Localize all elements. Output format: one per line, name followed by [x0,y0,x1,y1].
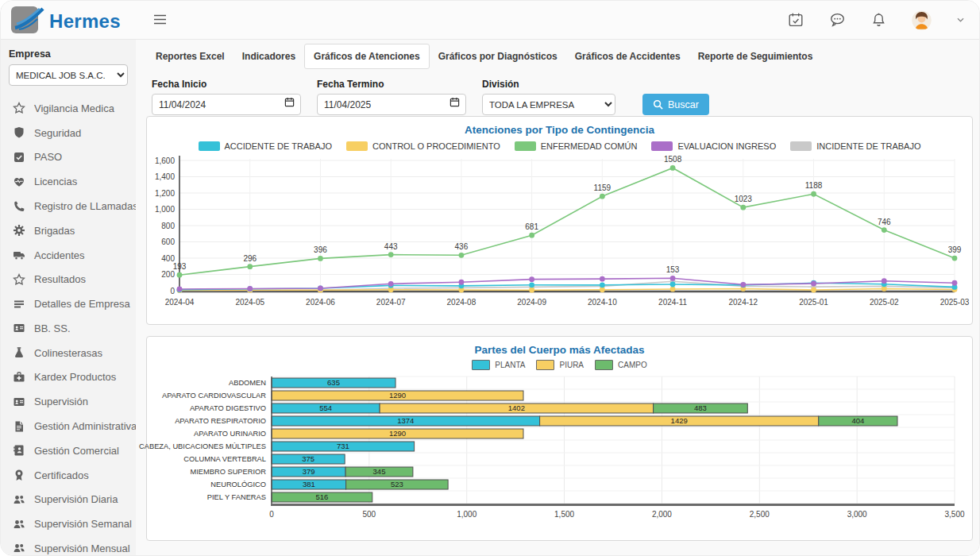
data-point [952,280,958,286]
sidebar: Empresa MEDICAL JOB S.A.C. Vigilancia Me… [1,39,136,555]
sidebar-item-seguridad[interactable]: Seguridad [1,121,136,145]
chart-text: 731 [337,442,349,450]
legend-swatch [515,141,536,151]
tab-graficos-de-accidentes[interactable]: Gráficos de Accidentes [566,44,689,68]
sidebar-item-accidentes[interactable]: Accidentes [1,243,136,268]
data-point [318,286,323,292]
sidebar-item-kardex-productos[interactable]: Kardex Productos [1,365,136,390]
data-point [811,288,816,293]
search-icon [653,99,663,110]
sidebar-item-label: Colinesterasas [34,347,102,359]
legend-label: ACCIDENTE DE TRABAJO [225,141,333,151]
chart-text: 2,000 [652,510,672,519]
data-point [670,165,676,171]
hermes-logo-icon [11,6,44,37]
sidebar-item-registro-de-llamadas[interactable]: Registro de LLamadas [1,194,136,218]
legend-item-campo[interactable]: CAMPO [595,360,647,370]
buscar-button[interactable]: Buscar [642,94,709,115]
data-point [600,276,605,282]
hamburger-menu-icon[interactable] [154,14,166,28]
data-point [670,276,676,281]
chart-text: 193 [173,262,187,271]
legend-item-piura[interactable]: PIURA [536,360,584,370]
legend-swatch [199,141,220,151]
star-icon [13,273,25,286]
sidebar-item-gestion-administrativa[interactable]: Gestión Administrativa [1,414,136,438]
division-select[interactable]: TODA LA EMPRESA [482,94,615,115]
fecha-inicio-input[interactable] [152,94,301,115]
truck-icon [13,249,25,261]
data-point [177,287,183,292]
sidebar-item-supervision[interactable]: Supervisión [1,389,136,414]
sidebar-item-supervision-diaria[interactable]: Supervisión Diaria [1,488,136,512]
bar-chart: ABDOMEN635APARATO CARDIOVASCULAR1290APAR… [152,373,966,529]
company-label: Empresa [9,48,128,60]
fecha-termino-input[interactable] [317,94,466,115]
chart-text: 153 [666,265,680,274]
sidebar-item-vigilancia-medica[interactable]: Vigilancia Medica [1,96,136,121]
chat-icon[interactable] [828,11,847,29]
chart-text: 345 [373,467,386,476]
chart-text: APARATO DIGESTIVO [190,404,266,412]
line-chart-title: Atenciones por Tipo de Contingencia [147,124,972,136]
sidebar-item-licencias[interactable]: Licencias [1,169,136,194]
sidebar-item-gestion-comercial[interactable]: Gestión Comercial [1,438,136,463]
chart-text: 2024-06 [306,298,335,307]
sidebar-item-paso[interactable]: PASO [1,145,136,170]
chart-text: 2024-12 [728,298,758,307]
buscar-button-label: Buscar [668,99,699,110]
legend-item-incidente-de-trabajo[interactable]: INCIDENTE DE TRABAJO [790,141,920,151]
sidebar-item-detalles-de-empresa[interactable]: Detalles de Empresa [1,292,136,316]
address-book-icon [13,444,25,457]
sidebar-item-resultados[interactable]: Resultados [1,267,136,292]
chart-text: 0 [170,287,175,295]
calendar-check-icon[interactable] [787,11,804,29]
bell-icon[interactable] [870,11,887,29]
chart-text: 2024-04 [165,298,195,307]
avatar[interactable] [911,10,932,31]
chevron-down-icon[interactable] [956,17,965,23]
card-partes-cuerpo: Partes del Cuerpo más Afectadas PLANTAPI… [146,336,973,541]
legend-swatch [472,360,490,370]
legend-item-evaluacion-ingreso[interactable]: EVALUACION INGRESO [651,141,776,151]
legend-item-control-o-procedimiento[interactable]: CONTROL O PROCEDIMIENTO [346,141,500,151]
list-icon [13,298,25,311]
legend-item-enfermedad-comun[interactable]: ENFERMEDAD COMÚN [515,141,638,151]
data-point [952,256,958,261]
sidebar-item-bb-ss[interactable]: BB. SS. [1,316,136,341]
sidebar-item-supervision-semanal[interactable]: Supervisión Semanal [1,512,136,536]
data-point [529,288,534,293]
chart-text: 800 [161,222,175,230]
sidebar-item-label: Supervisión Semanal [34,518,132,530]
line-chart: 02004006008001,0001,2001,4001,6002024-04… [152,154,966,313]
chart-text: 1,400 [155,172,175,181]
data-point [882,278,887,284]
logo: Hermes [11,6,121,37]
company-select[interactable]: MEDICAL JOB S.A.C. [9,64,128,86]
sidebar-item-brigadas[interactable]: Brigadas [1,218,136,243]
legend-item-planta[interactable]: PLANTA [472,360,525,370]
sidebar-item-label: Resultados [34,273,86,285]
tab-indicadores[interactable]: Indicadores [233,44,304,68]
shield-icon [13,126,25,139]
heart-pulse-icon [13,176,25,188]
tab-graficos-por-diagnosticos[interactable]: Gráficos por Diagnósticos [430,44,566,68]
main-content: Reportes ExcelIndicadoresGráficos de Ate… [136,39,979,555]
chart-text: 1188 [805,181,823,190]
users-icon [13,518,25,531]
legend-item-accidente-de-trabajo[interactable]: ACCIDENTE DE TRABAJO [199,141,333,151]
data-point [318,256,323,261]
filter-bar: Fecha Inicio Fecha Termino Divis [152,79,709,115]
legend-label: PIURA [559,361,584,369]
sidebar-item-supervision-mensual[interactable]: Supervisión Mensual [1,536,136,555]
tab-graficos-de-atenciones[interactable]: Gráficos de Atenciones [304,44,430,69]
chart-text: 2025-02 [870,298,899,307]
division-label: División [482,79,615,90]
data-point [600,194,605,199]
chart-text: PIEL Y FANERAS [207,493,266,501]
tab-reportes-excel[interactable]: Reportes Excel [147,44,233,68]
sidebar-item-colinesterasas[interactable]: Colinesterasas [1,341,136,365]
chart-text: 3,500 [944,510,964,519]
tab-reporte-de-seguimientos[interactable]: Reporte de Seguimientos [689,44,822,68]
sidebar-item-certificados[interactable]: Certificados [1,463,136,488]
